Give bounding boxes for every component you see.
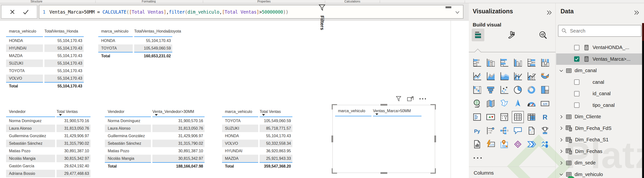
table-icon[interactable] (512, 112, 523, 122)
table-row[interactable]: Matias Pozo30,891,387.10 (105, 147, 204, 155)
line-and-clustered-column-chart-icon[interactable] (526, 71, 537, 82)
table-row[interactable]: Norma Domínguez31,900,570.16 (105, 117, 204, 125)
power-automate-icon[interactable] (526, 139, 537, 150)
checkbox[interactable] (574, 45, 580, 50)
data-field-ventas-marca[interactable]: Ventas_Marca>... (556, 53, 642, 65)
decomposition-tree-icon[interactable] (499, 125, 510, 136)
kpi-icon[interactable] (485, 112, 496, 122)
tab-format-visual[interactable] (505, 29, 518, 41)
tab-analytics[interactable] (537, 29, 549, 41)
table-row[interactable]: HONDA55,104,170.43 (98, 37, 172, 45)
column-header[interactable]: marca_vehiculo (98, 27, 133, 37)
chevron-right-icon[interactable] (559, 115, 564, 119)
line-and-stacked-column-chart-icon[interactable] (512, 71, 523, 82)
hundred-stacked-bar-chart-icon[interactable] (526, 57, 537, 68)
focus-mode-icon[interactable] (407, 96, 414, 102)
matrix-icon[interactable] (526, 112, 537, 122)
funnel-chart-icon[interactable] (485, 85, 496, 95)
column-header[interactable]: TotalVentas_Honda (44, 27, 84, 37)
checkbox[interactable] (574, 91, 580, 96)
chevron-right-icon[interactable] (559, 138, 564, 142)
table-row[interactable]: Adriana Bossio29,477,468.63 (6, 170, 90, 177)
table-visual-venta-vendedor-30mm[interactable]: VendedorVenta_Vendedor>30MMNorma Domíngu… (105, 109, 204, 170)
filters-funnel-icon[interactable] (318, 4, 326, 11)
data-field-ventahonda[interactable]: VentaHONDA_... (556, 42, 642, 53)
data-field-id-canal[interactable]: id_canal (556, 88, 642, 100)
column-header[interactable]: marca_vehiculo (222, 109, 258, 117)
chevron-down-icon[interactable] (559, 172, 564, 176)
table-row[interactable]: Sebastián Sánchez31,315,790.02 (105, 140, 204, 147)
table-row[interactable]: HONDA55,104,170.43 (6, 37, 84, 45)
checkbox[interactable] (574, 102, 580, 108)
resize-handle[interactable] (434, 135, 436, 142)
filters-pane-label[interactable]: Filters (319, 16, 325, 30)
collapse-data-pane-icon[interactable] (633, 9, 640, 16)
table-visual-total-ventas-vendedor[interactable]: VendedorTotal VentasNorma Domínguez31,90… (6, 109, 90, 177)
data-field-dim-vehiculo[interactable]: dim_vehiculo (556, 169, 642, 178)
arcgis-map-icon[interactable] (499, 139, 510, 150)
table-row[interactable]: TOYOTA105,549,060.59 (222, 117, 292, 125)
table-row[interactable]: TOYOTA105,549,060.59 (98, 45, 172, 52)
table-row[interactable]: HYUNDAI55,104,170.43 (6, 45, 84, 52)
data-field-dim-sede[interactable]: dim_sede (556, 157, 642, 169)
card-icon[interactable]: 123 (540, 98, 550, 109)
chevron-right-icon[interactable] (559, 126, 564, 130)
table-row[interactable]: Gastón García29,624,192.40 (6, 162, 90, 170)
clustered-bar-chart-icon[interactable] (499, 57, 510, 68)
resize-handle[interactable] (380, 172, 387, 174)
table-row[interactable]: VOLVO55,104,170.43 (6, 75, 84, 82)
search-input[interactable] (570, 28, 633, 34)
formula-scrollbar-thumb[interactable] (446, 6, 451, 8)
table-visual-totalventas-honda[interactable]: marca_vehiculoTotalVentas_HondaHONDA55,1… (6, 27, 84, 90)
python-visual-icon[interactable]: Py (472, 125, 482, 136)
table-row[interactable]: Guillermina González31,429,906.97 (6, 132, 90, 140)
hundred-stacked-column-chart-icon[interactable] (540, 57, 550, 68)
key-influencers-icon[interactable] (485, 125, 496, 136)
smart-narrative-icon[interactable] (526, 125, 537, 136)
resize-handle[interactable] (332, 168, 337, 174)
table-row[interactable]: HONDA55,104,170.43 (222, 132, 292, 140)
column-header[interactable]: Venta_Vendedor>30MM (152, 109, 204, 117)
cancel-formula-icon[interactable] (9, 8, 16, 16)
table-row[interactable]: Laura Alonso31,813,050.76 (6, 125, 90, 132)
shape-map-icon[interactable] (499, 98, 510, 109)
table-row[interactable]: VOLVO50,332,558.34 (222, 140, 292, 147)
scatter-chart-icon[interactable] (499, 85, 510, 95)
more-options-icon[interactable] (419, 98, 426, 100)
data-field-dim-cliente[interactable]: Dim_Cliente (556, 111, 642, 123)
column-header[interactable]: Vendedor (105, 109, 151, 117)
donut-chart-icon[interactable] (526, 85, 537, 95)
tab-build-visual[interactable] (472, 29, 484, 41)
chevron-right-icon[interactable] (559, 149, 564, 153)
table-visual-totalventas-honda-toyota[interactable]: marca_vehiculoTotalVentas_Honda&toyotaHO… (98, 27, 172, 60)
paginated-report-icon[interactable] (472, 139, 482, 150)
table-row[interactable]: Nicolás Mangia30,815,342.97 (105, 155, 204, 162)
stacked-area-chart-icon[interactable] (499, 71, 510, 82)
azure-map-icon[interactable] (512, 98, 523, 109)
collapse-visualizations-icon[interactable] (546, 9, 553, 16)
data-field-dim-fecha-fds[interactable]: Dim_Fecha_FdS (556, 123, 642, 134)
resize-handle[interactable] (332, 104, 337, 109)
table-row[interactable]: Nicolás Mangia30,815,342.97 (6, 155, 90, 162)
table-visual-total-ventas-marca[interactable]: marca_vehiculoTotal VentasTOYOTA105,549,… (222, 109, 292, 170)
more-visuals-icon[interactable] (474, 157, 482, 158)
line-chart-icon[interactable] (472, 71, 482, 82)
stacked-column-chart-icon[interactable] (485, 57, 496, 68)
column-header[interactable]: Ventas_Marca>50MM (373, 108, 422, 116)
checkbox-checked[interactable] (574, 56, 580, 62)
resize-handle[interactable] (430, 168, 436, 174)
lightning-123-icon[interactable]: 123 (485, 139, 496, 150)
gauge-icon[interactable] (526, 98, 537, 109)
commit-formula-icon[interactable] (22, 8, 30, 16)
waterfall-chart-icon[interactable] (472, 85, 482, 95)
table-row[interactable]: Laura Alonso31,813,050.76 (105, 125, 204, 132)
table-row[interactable]: MAZDA25,921,943.33 (222, 155, 292, 162)
expand-formula-bar-icon[interactable] (454, 9, 460, 16)
data-field-dim-fecha-s1[interactable]: Dim_Fecha_S1 (556, 134, 642, 146)
visual-filter-icon[interactable] (396, 96, 402, 102)
checkbox[interactable] (574, 79, 580, 85)
resize-handle[interactable] (430, 104, 436, 109)
pie-chart-icon[interactable] (512, 85, 523, 95)
multi-row-card-icon[interactable] (472, 112, 482, 122)
resize-handle[interactable] (332, 135, 333, 142)
